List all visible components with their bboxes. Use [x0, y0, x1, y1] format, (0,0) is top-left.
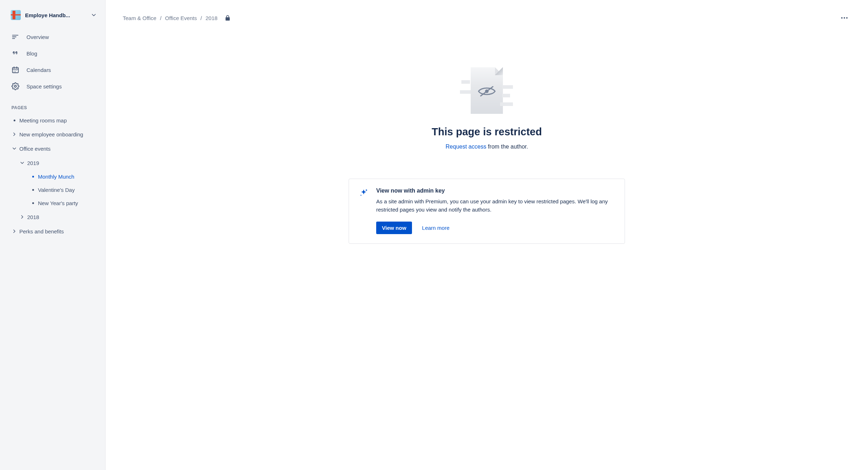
sidebar: Employe Handb... Overview Blog Calendars [0, 0, 106, 470]
tree-label: 2018 [27, 214, 39, 220]
bullet-icon [28, 189, 38, 191]
svg-point-15 [846, 17, 848, 19]
bullet-icon [9, 120, 19, 121]
blog-icon [11, 49, 20, 58]
topbar: Team & Office / Office Events / 2018 [123, 11, 851, 24]
chevron-right-icon[interactable] [9, 228, 19, 235]
breadcrumb-separator: / [160, 15, 161, 21]
chevron-right-icon[interactable] [9, 131, 19, 138]
tree-label: Perks and benefits [19, 228, 64, 234]
svg-point-13 [841, 17, 843, 19]
bullet-icon [28, 176, 38, 178]
tree-item-perks-and-benefits[interactable]: Perks and benefits [6, 224, 102, 238]
breadcrumb-link[interactable]: Office Events [165, 15, 197, 21]
admin-key-card: View now with admin key As a site admin … [349, 179, 625, 244]
nav-blog[interactable]: Blog [0, 45, 105, 62]
restricted-page-icon [460, 67, 514, 117]
chevron-down-icon[interactable] [17, 159, 27, 166]
svg-point-14 [844, 17, 845, 19]
breadcrumb: Team & Office / Office Events / 2018 [123, 15, 218, 21]
gear-icon [11, 82, 20, 91]
restricted-message: This page is restricted Request access f… [347, 67, 626, 150]
breadcrumb-separator: / [200, 15, 202, 21]
chevron-right-icon[interactable] [17, 213, 27, 221]
nav-overview[interactable]: Overview [0, 29, 105, 45]
space-logo-icon [11, 10, 21, 20]
nav-section: Overview Blog Calendars Space settings [0, 24, 105, 97]
calendar-icon [11, 65, 20, 74]
chevron-down-icon[interactable] [9, 145, 19, 152]
breadcrumb-link[interactable]: 2018 [205, 15, 217, 21]
restricted-title: This page is restricted [347, 126, 626, 138]
admin-key-body: View now with admin key As a site admin … [376, 188, 615, 234]
space-switcher[interactable]: Employe Handb... [0, 10, 105, 24]
more-actions-button[interactable] [838, 11, 851, 24]
svg-point-10 [14, 72, 14, 72]
nav-label: Blog [26, 50, 37, 57]
tree-item-2019[interactable]: 2019 [6, 156, 102, 170]
tree-label: Valentine's Day [38, 187, 75, 193]
restricted-subtitle-suffix: from the author. [486, 144, 528, 150]
nav-label: Space settings [26, 83, 62, 89]
breadcrumb-link[interactable]: Team & Office [123, 15, 156, 21]
main-content: Team & Office / Office Events / 2018 [106, 0, 868, 470]
tree-item-monthly-munch[interactable]: Monthly Munch [6, 170, 102, 183]
admin-key-description: As a site admin with Premium, you can us… [376, 198, 615, 214]
tree-item-office-events[interactable]: Office events [6, 141, 102, 156]
tree-item-valentines-day[interactable]: Valentine's Day [6, 183, 102, 197]
tree-label: New Year's party [38, 200, 78, 206]
admin-key-actions: View now Learn more [376, 222, 615, 234]
restricted-subtitle: Request access from the author. [347, 144, 626, 150]
request-access-link[interactable]: Request access [446, 144, 486, 150]
learn-more-link[interactable]: Learn more [422, 225, 450, 231]
nav-space-settings[interactable]: Space settings [0, 78, 105, 95]
pages-heading: PAGES [0, 97, 105, 112]
tree-item-new-years-party[interactable]: New Year's party [6, 197, 102, 210]
svg-point-7 [14, 70, 14, 71]
overview-icon [11, 32, 20, 42]
tree-label: Office events [19, 146, 50, 152]
sparkle-icon [359, 188, 368, 198]
nav-label: Overview [26, 34, 49, 40]
tree-label: 2019 [27, 160, 39, 166]
nav-label: Calendars [26, 67, 51, 73]
chevron-down-icon [89, 11, 98, 19]
tree-label: New employee onboarding [19, 131, 83, 137]
tree-label: Meeting rooms map [19, 117, 67, 123]
tree-label: Monthly Munch [38, 174, 74, 180]
svg-point-8 [15, 70, 16, 71]
svg-point-12 [14, 85, 16, 87]
bullet-icon [28, 202, 38, 204]
svg-point-9 [16, 70, 17, 71]
space-title: Employe Handb... [25, 12, 89, 18]
tree-item-2018[interactable]: 2018 [6, 210, 102, 224]
nav-calendars[interactable]: Calendars [0, 62, 105, 78]
tree-item-meeting-rooms[interactable]: Meeting rooms map [6, 114, 102, 127]
admin-key-title: View now with admin key [376, 188, 615, 194]
view-now-button[interactable]: View now [376, 222, 412, 234]
page-tree: Meeting rooms map New employee onboardin… [0, 112, 105, 238]
tree-item-new-employee-onboarding[interactable]: New employee onboarding [6, 127, 102, 141]
lock-icon[interactable] [224, 14, 231, 21]
svg-point-11 [15, 72, 16, 72]
